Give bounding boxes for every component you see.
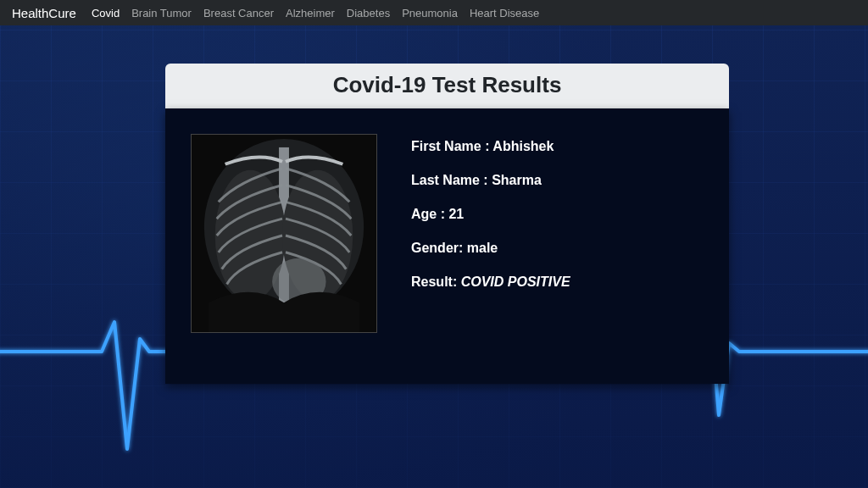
- first-name-value: Abhishek: [492, 139, 554, 153]
- gender-label: Gender:: [411, 241, 467, 255]
- patient-details: First Name : Abhishek Last Name : Sharma…: [411, 134, 570, 333]
- nav-link-diabetes[interactable]: Diabetes: [347, 7, 390, 19]
- card-title: Covid-19 Test Results: [165, 64, 729, 108]
- last-name-label: Last Name :: [411, 173, 492, 187]
- nav-links: Covid Brain Tumor Breast Cancer Alzheime…: [92, 7, 539, 19]
- last-name-value: Sharma: [492, 173, 542, 187]
- results-card: Covid-19 Test Results: [165, 64, 729, 384]
- result-row: Result: COVID POSITIVE: [411, 274, 570, 290]
- gender-row: Gender: male: [411, 241, 570, 256]
- card-body: First Name : Abhishek Last Name : Sharma…: [165, 108, 729, 384]
- brand[interactable]: HealthCure: [12, 6, 76, 20]
- nav-link-brain-tumor[interactable]: Brain Tumor: [131, 7, 192, 19]
- nav-link-heart-disease[interactable]: Heart Disease: [470, 7, 539, 19]
- gender-value: male: [467, 241, 498, 255]
- age-label: Age :: [411, 207, 448, 221]
- nav-link-pneumonia[interactable]: Pneumonia: [402, 7, 458, 19]
- result-value: COVID POSITIVE: [461, 274, 570, 289]
- navbar: HealthCure Covid Brain Tumor Breast Canc…: [0, 0, 868, 25]
- first-name-row: First Name : Abhishek: [411, 139, 570, 154]
- first-name-label: First Name :: [411, 139, 492, 153]
- age-value: 21: [448, 207, 464, 221]
- nav-link-breast-cancer[interactable]: Breast Cancer: [203, 7, 274, 19]
- age-row: Age : 21: [411, 207, 570, 222]
- result-label: Result:: [411, 274, 461, 289]
- nav-link-alzheimer[interactable]: Alzheimer: [286, 7, 335, 19]
- xray-image: [191, 134, 377, 333]
- last-name-row: Last Name : Sharma: [411, 173, 570, 188]
- nav-link-covid[interactable]: Covid: [92, 7, 120, 19]
